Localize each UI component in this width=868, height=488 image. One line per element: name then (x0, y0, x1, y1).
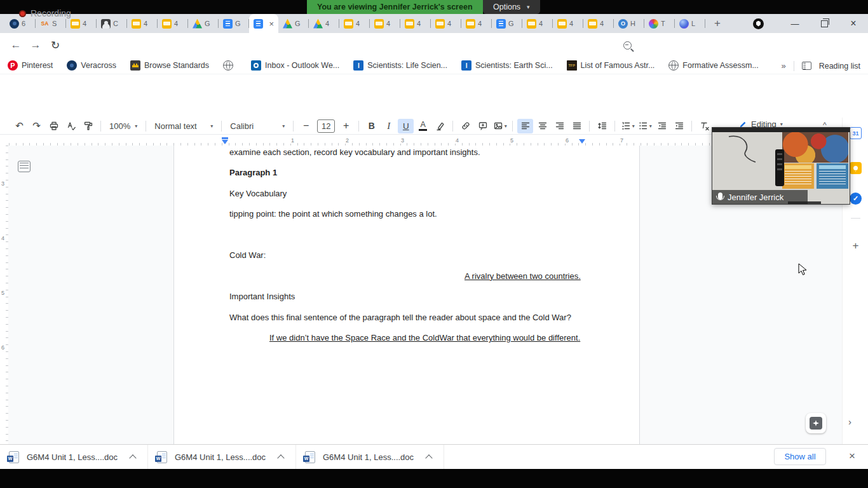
browser-tab[interactable]: 4 × (522, 14, 553, 33)
screen-share-options-button[interactable]: Options ▾ (483, 0, 540, 14)
document-line[interactable]: tipping point: the point at which someth… (229, 204, 623, 225)
font-size-input[interactable]: 12 (317, 119, 335, 133)
insert-link-button[interactable] (458, 119, 473, 133)
insert-image-button[interactable]: ▾ (492, 119, 508, 133)
calendar-icon[interactable]: 31 (850, 127, 862, 139)
browser-tab[interactable]: C × (97, 14, 127, 33)
browser-tab[interactable]: 4 × (400, 14, 431, 33)
close-downloads-bar-icon[interactable]: × (849, 450, 855, 463)
download-item[interactable]: G6M4 Unit 1, Less....doc (0, 445, 148, 469)
show-all-downloads-button[interactable]: Show all (774, 448, 826, 465)
keep-icon[interactable] (850, 162, 862, 174)
document-page[interactable]: examine each section, record key vocabul… (173, 146, 640, 444)
bold-button[interactable]: B (363, 119, 379, 133)
document-line[interactable]: Important Insights (229, 287, 623, 308)
bookmark-item[interactable]: Inbox - Outlook We... (251, 60, 339, 71)
bookmark-item[interactable]: Scientists: Life Scien... (353, 60, 447, 71)
browser-tab[interactable]: H × (614, 14, 644, 33)
back-button[interactable]: ← (9, 38, 23, 52)
document-line[interactable]: Cold War: (229, 245, 623, 266)
paragraph-style-select[interactable]: Normal text ▾ (151, 119, 217, 133)
decrease-font-size-button[interactable]: − (298, 119, 314, 133)
document-line[interactable]: What does this final sentence of the par… (229, 307, 623, 328)
browser-tab[interactable]: L × (675, 14, 705, 33)
first-line-indent-marker[interactable] (222, 137, 228, 139)
bookmark-item[interactable]: Browse Standards (130, 60, 209, 71)
decrease-indent-button[interactable] (654, 119, 670, 133)
document-line[interactable]: If we didn’t have the Space Race and the… (269, 328, 623, 349)
vertical-ruler[interactable]: 3456 (0, 146, 8, 444)
tab-close-icon[interactable]: × (269, 20, 274, 28)
print-button[interactable] (46, 119, 62, 133)
restore-button[interactable] (810, 14, 839, 33)
zoom-select[interactable]: 100% ▾ (105, 119, 141, 133)
browser-tab[interactable]: T × (644, 14, 675, 33)
download-item[interactable]: G6M4 Unit 1, Less....doc (296, 445, 444, 469)
reload-button[interactable]: ↻ (48, 38, 62, 52)
undo-button[interactable]: ↶ (11, 119, 27, 133)
align-center-button[interactable] (534, 119, 550, 133)
browser-tab[interactable]: 4 × (370, 14, 400, 33)
new-tab-button[interactable]: + (709, 15, 726, 32)
numbered-list-button[interactable]: ▾ (620, 119, 635, 133)
left-indent-marker[interactable] (222, 140, 228, 144)
hide-side-panel-icon[interactable]: › (848, 416, 851, 427)
clear-formatting-button[interactable] (696, 119, 712, 133)
download-options-chevron-icon[interactable] (425, 454, 432, 461)
italic-button[interactable]: I (381, 119, 397, 133)
bulleted-list-button[interactable]: ▾ (637, 119, 653, 133)
close-window-button[interactable]: × (839, 14, 868, 33)
bookmark-item[interactable]: Pinterest (8, 60, 53, 71)
browser-tab[interactable]: G × (188, 14, 219, 33)
spellcheck-button[interactable] (63, 119, 79, 133)
explore-button[interactable] (806, 413, 826, 433)
justify-button[interactable] (569, 119, 585, 133)
add-addon-button[interactable]: + (850, 240, 862, 252)
browser-tab[interactable]: 4 × (461, 14, 492, 33)
forward-button[interactable]: → (29, 38, 43, 52)
paint-format-button[interactable] (80, 119, 96, 133)
download-options-chevron-icon[interactable] (129, 454, 136, 461)
bookmarks-overflow-icon[interactable]: » (781, 61, 785, 71)
document-line[interactable]: examine each section, record key vocabul… (229, 142, 623, 163)
browser-tab[interactable]: 4 × (583, 14, 614, 33)
browser-tab[interactable]: G × (492, 14, 522, 33)
browser-tab[interactable]: × (249, 14, 278, 33)
bookmark-item[interactable]: Veracross (67, 60, 116, 71)
browser-tab[interactable]: 4 × (158, 14, 188, 33)
redo-button[interactable]: ↷ (29, 119, 44, 133)
document-line[interactable] (229, 224, 623, 245)
participant-video-thumbnail[interactable]: Jennifer Jerrick (712, 127, 850, 205)
document-line[interactable]: A rivalry between two countries. (465, 266, 623, 287)
browser-tab[interactable]: 4 × (431, 14, 461, 33)
add-comment-button[interactable] (475, 119, 491, 133)
align-right-button[interactable] (552, 119, 567, 133)
browser-tab[interactable]: 4 × (309, 14, 339, 33)
download-item[interactable]: G6M4 Unit 1, Less....doc (148, 445, 296, 469)
document-outline-icon[interactable] (18, 161, 31, 172)
download-options-chevron-icon[interactable] (277, 454, 284, 461)
font-select[interactable]: Calibri ▾ (226, 119, 288, 133)
highlight-color-button[interactable] (432, 119, 448, 133)
zoom-page-icon[interactable] (620, 38, 634, 52)
bookmark-item[interactable]: List of Famous Astr... (567, 60, 655, 71)
document-line[interactable]: Paragraph 1 (229, 163, 623, 184)
tasks-icon[interactable]: ✓ (850, 193, 862, 205)
reading-list-button[interactable]: Reading list (819, 62, 860, 71)
align-left-button[interactable] (517, 119, 533, 133)
browser-tab[interactable]: 4 × (553, 14, 583, 33)
document-line[interactable]: Key Vocabulary (229, 183, 623, 204)
browser-tab[interactable]: 4 × (127, 14, 158, 33)
underline-button[interactable]: U (398, 119, 414, 133)
increase-font-size-button[interactable]: + (338, 119, 354, 133)
increase-indent-button[interactable] (671, 119, 687, 133)
bookmark-item[interactable] (223, 60, 237, 71)
browser-profile-icon[interactable] (753, 18, 764, 29)
minimize-button[interactable]: — (780, 14, 810, 33)
line-spacing-button[interactable] (594, 119, 610, 133)
browser-tab[interactable]: G × (219, 14, 249, 33)
browser-tab[interactable]: G × (278, 14, 309, 33)
browser-tab[interactable]: 4 × (339, 14, 370, 33)
bookmark-item[interactable]: Formative Assessm... (668, 60, 758, 71)
text-color-button[interactable]: A (415, 119, 431, 133)
